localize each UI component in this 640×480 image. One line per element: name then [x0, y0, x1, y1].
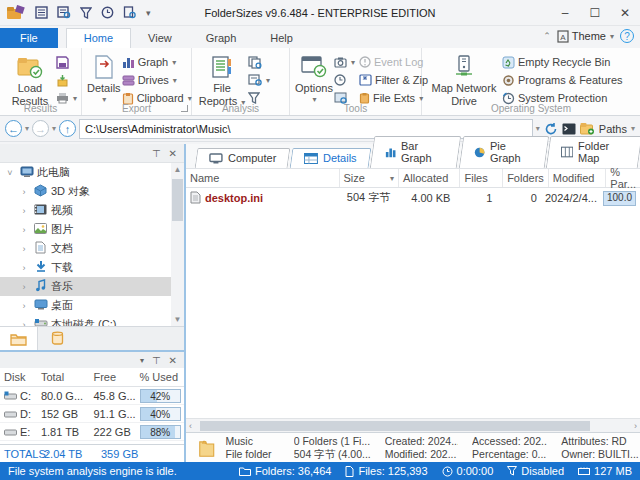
- folders-tab[interactable]: [0, 327, 38, 350]
- disk-icon: [4, 409, 17, 419]
- tree-item-documents[interactable]: ›文档: [0, 239, 184, 258]
- svg-text:A: A: [560, 32, 566, 41]
- export-drives-button[interactable]: Drives▾: [122, 72, 192, 88]
- back-history-dropdown-icon[interactable]: ▾: [25, 124, 29, 133]
- forward-button[interactable]: →: [32, 120, 49, 137]
- tab-help[interactable]: Help: [253, 29, 310, 48]
- tab-details[interactable]: Details: [290, 148, 371, 168]
- horizontal-scrollbar[interactable]: ‹›: [186, 418, 640, 432]
- tab-file[interactable]: File: [0, 28, 58, 48]
- export-graph-button[interactable]: Graph▾: [122, 54, 192, 70]
- maximize-button[interactable]: ☐: [580, 1, 610, 25]
- forward-history-dropdown-icon[interactable]: ▾: [52, 124, 56, 133]
- computer-tab-icon: [209, 153, 223, 164]
- tree-item-music[interactable]: ›音乐: [0, 277, 184, 296]
- disk-row-d[interactable]: D: 152 GB 91.1 G... 40%: [0, 405, 184, 423]
- column-size[interactable]: Size▾: [340, 169, 399, 187]
- tab-computer[interactable]: Computer: [195, 148, 291, 168]
- tree-item-desktop[interactable]: ›桌面: [0, 296, 184, 315]
- disk-close-icon[interactable]: ✕: [169, 355, 177, 366]
- tab-bar-graph[interactable]: Bar Graph: [370, 136, 461, 168]
- report-list-icon[interactable]: [34, 5, 49, 20]
- paths-dropdown-icon[interactable]: ▾: [631, 124, 635, 133]
- info-folders: 0 Folders (1 Fi...: [294, 435, 371, 448]
- percent-parent-cell: 100.0: [603, 191, 636, 206]
- collapse-ribbon-icon[interactable]: ⌃: [543, 31, 551, 41]
- paths-label[interactable]: Paths: [599, 123, 627, 135]
- tree-scrollbar[interactable]: ▲▼: [171, 163, 184, 326]
- details-grid: desktop.ini 504 字节 4.00 KB 1 0 2024/2/4.…: [186, 188, 640, 418]
- disk-pane-menu-icon[interactable]: ▾: [140, 356, 144, 365]
- tree-item-videos[interactable]: ›视频: [0, 201, 184, 220]
- filter-zip-button[interactable]: Filter & Zip: [359, 72, 428, 88]
- back-button[interactable]: ←: [5, 120, 22, 137]
- file-reports-button[interactable]: File Reports ▾: [196, 52, 248, 109]
- load-results-icon: [17, 54, 43, 80]
- disk-pane-header: ▾ ⊤ ✕: [0, 352, 184, 368]
- info-owner: Owner: BUILTI...: [561, 448, 640, 461]
- sort-descending-icon: ▾: [390, 174, 394, 183]
- path-dropdown-icon[interactable]: ▾: [536, 124, 540, 133]
- tab-graph[interactable]: Graph: [189, 29, 254, 48]
- close-pane-icon[interactable]: ✕: [169, 148, 177, 159]
- snapshot-camera-icon[interactable]: ▾: [334, 54, 355, 70]
- map-network-drive-button[interactable]: Map Network Drive: [426, 52, 502, 109]
- tab-folder-map[interactable]: Folder Map: [546, 136, 640, 168]
- tree-item-3d-objects[interactable]: ›3D 对象: [0, 182, 184, 201]
- theme-button[interactable]: A Theme▾: [557, 30, 614, 43]
- help-icon[interactable]: ?: [620, 29, 634, 43]
- file-row-desktop-ini[interactable]: desktop.ini 504 字节 4.00 KB 1 0 2024/2/4.…: [186, 188, 640, 207]
- options-button[interactable]: Options ▾: [294, 52, 334, 106]
- tree-item-pictures[interactable]: ›图片: [0, 220, 184, 239]
- disk-row-c[interactable]: C: 80.0 G... 45.8 G... 42%: [0, 387, 184, 405]
- tree-item-local-disk-c[interactable]: ›本地磁盘 (C:): [0, 315, 184, 326]
- history-clock-icon[interactable]: [334, 72, 355, 88]
- search-document-icon[interactable]: [122, 5, 137, 20]
- scheduler-clock-icon[interactable]: [100, 5, 115, 20]
- details-tab-icon: [304, 153, 318, 164]
- up-button[interactable]: ↑: [59, 120, 76, 137]
- column-modified[interactable]: Modified: [549, 169, 607, 187]
- ribbon-group-operating-system: Map Network Drive Empty Recycle Bin Prog…: [422, 48, 640, 115]
- details-column-headers: Name Size▾ Allocated Files Folders Modif…: [186, 168, 640, 188]
- content-pane: Computer Details Bar Graph Pie Graph Fol…: [186, 144, 640, 462]
- pin-icon[interactable]: ⊤: [152, 148, 161, 159]
- network-drive-icon: [454, 54, 474, 80]
- load-results-button[interactable]: Load Results: [4, 52, 56, 109]
- info-accessed: Accessed: 202...: [472, 435, 547, 448]
- info-name: Music: [225, 435, 279, 448]
- ribbon-group-analysis: File Reports ▾ ▾ Analysis: [192, 48, 290, 115]
- minimize-button[interactable]: –: [550, 1, 580, 25]
- drives-tab[interactable]: [38, 327, 76, 350]
- status-files: Files: 125,393: [345, 465, 427, 477]
- disk-icon: [4, 391, 17, 401]
- tree-item-this-pc[interactable]: ˅此电脑: [0, 163, 184, 182]
- disk-row-e[interactable]: E: 1.81 TB 222 GB 88%: [0, 423, 184, 441]
- qat-dropdown-icon[interactable]: ▾: [146, 8, 151, 18]
- column-percent-parent[interactable]: % Par...: [606, 169, 640, 187]
- pie-graph-tab-icon: [474, 146, 485, 159]
- refresh-icon[interactable]: [544, 122, 558, 136]
- export-details-button[interactable]: Details ▾: [86, 52, 122, 106]
- save-results-button[interactable]: [56, 54, 77, 70]
- empty-recycle-bin-button[interactable]: Empty Recycle Bin: [502, 54, 623, 70]
- column-files[interactable]: Files: [460, 169, 503, 187]
- programs-features-button[interactable]: Programs & Features: [502, 72, 623, 88]
- column-allocated[interactable]: Allocated: [399, 169, 460, 187]
- tab-home[interactable]: Home: [66, 28, 131, 48]
- add-path-icon[interactable]: [580, 122, 595, 135]
- filter-icon[interactable]: [78, 5, 93, 20]
- column-folders[interactable]: Folders: [503, 169, 549, 187]
- export-results-button[interactable]: [56, 72, 77, 88]
- tab-pie-graph[interactable]: Pie Graph: [458, 136, 548, 168]
- duplicate-search-icon[interactable]: [248, 54, 270, 70]
- disk-pin-icon[interactable]: ⊤: [152, 355, 161, 366]
- tree-item-downloads[interactable]: ›下载: [0, 258, 184, 277]
- search-report-icon[interactable]: [56, 5, 71, 20]
- column-name[interactable]: Name: [186, 169, 340, 187]
- close-button[interactable]: ✕: [610, 1, 640, 25]
- ribbon-group-results: Load Results ▾ Results: [0, 48, 82, 115]
- tab-view[interactable]: View: [131, 29, 189, 48]
- search-button[interactable]: ▾: [248, 72, 270, 88]
- command-prompt-icon[interactable]: [562, 123, 576, 135]
